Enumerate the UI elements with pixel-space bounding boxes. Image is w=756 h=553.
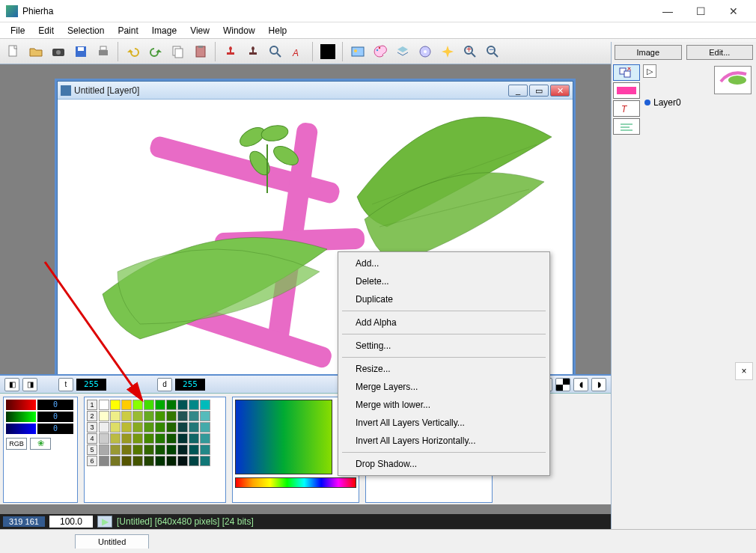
swatch[interactable] bbox=[166, 433, 177, 444]
color-swatch[interactable] bbox=[317, 41, 338, 62]
zoom-out-icon[interactable]: − bbox=[482, 41, 503, 62]
right-tab-brush[interactable] bbox=[613, 82, 640, 99]
picker-icon[interactable]: ❀ bbox=[30, 438, 51, 450]
swatch[interactable] bbox=[99, 400, 109, 410]
swatch[interactable] bbox=[166, 456, 177, 466]
gradient-picker[interactable] bbox=[235, 400, 332, 474]
swatch-grid[interactable] bbox=[99, 400, 210, 466]
layer-visible-dot[interactable] bbox=[644, 100, 650, 106]
doc-minimize-button[interactable]: _ bbox=[508, 85, 528, 97]
swatch[interactable] bbox=[155, 400, 165, 410]
swatch[interactable] bbox=[177, 400, 188, 410]
swatch[interactable] bbox=[99, 411, 109, 421]
doc-maximize-button[interactable]: ▭ bbox=[529, 85, 549, 97]
swatch[interactable] bbox=[99, 456, 109, 466]
ctx-merge-layers[interactable]: Merge Layers... bbox=[341, 378, 547, 396]
close-button[interactable]: ✕ bbox=[717, 1, 750, 22]
swatch[interactable] bbox=[177, 411, 188, 421]
cd-icon[interactable] bbox=[415, 41, 436, 62]
swatch[interactable] bbox=[155, 411, 165, 421]
right-tab-align[interactable] bbox=[613, 118, 640, 135]
swatch[interactable] bbox=[132, 422, 143, 433]
swatch[interactable] bbox=[121, 422, 132, 433]
swatch[interactable] bbox=[121, 456, 132, 466]
pal-row-6[interactable]: 6 bbox=[87, 456, 97, 466]
right-tab-layers[interactable]: × bbox=[613, 64, 640, 81]
swatch[interactable] bbox=[200, 433, 210, 444]
layer-thumbnail[interactable] bbox=[714, 66, 752, 94]
swatch[interactable] bbox=[177, 422, 188, 433]
swatch[interactable] bbox=[200, 456, 210, 466]
bp-btn-2[interactable]: ◨ bbox=[22, 378, 37, 391]
swatch[interactable] bbox=[189, 411, 199, 421]
pal-row-1[interactable]: 1 bbox=[87, 400, 97, 410]
menu-paint[interactable]: Paint bbox=[112, 24, 144, 37]
swatch[interactable] bbox=[177, 433, 188, 444]
ctx-drop-shadow[interactable]: Drop Shadow... bbox=[341, 455, 547, 473]
swatch[interactable] bbox=[155, 456, 165, 466]
ctx-invert-v[interactable]: Invert All Layers Vertically... bbox=[341, 414, 547, 432]
swatch[interactable] bbox=[132, 400, 143, 410]
swatch[interactable] bbox=[132, 456, 143, 466]
redo-icon[interactable] bbox=[145, 41, 166, 62]
swatch[interactable] bbox=[189, 400, 199, 410]
swatch[interactable] bbox=[99, 444, 109, 455]
swatch[interactable] bbox=[155, 444, 165, 455]
swatch[interactable] bbox=[155, 422, 165, 433]
swatch[interactable] bbox=[166, 422, 177, 433]
copy-icon[interactable] bbox=[168, 41, 189, 62]
swatch[interactable] bbox=[200, 411, 210, 421]
swatch[interactable] bbox=[166, 444, 177, 455]
text-icon[interactable]: A bbox=[287, 41, 308, 62]
image-icon[interactable] bbox=[347, 41, 368, 62]
save-icon[interactable] bbox=[70, 41, 91, 62]
red-slider[interactable] bbox=[6, 400, 36, 410]
rgb-mode-button[interactable]: RGB bbox=[6, 438, 27, 450]
maximize-button[interactable]: ☐ bbox=[684, 1, 717, 22]
menu-edit[interactable]: Edit bbox=[32, 24, 60, 37]
swatch[interactable] bbox=[166, 411, 177, 421]
pal-row-3[interactable]: 3 bbox=[87, 422, 97, 433]
swatch[interactable] bbox=[166, 400, 177, 410]
blue-slider[interactable] bbox=[6, 424, 36, 434]
right-edit-button[interactable]: Edit... bbox=[686, 45, 754, 60]
menu-file[interactable]: File bbox=[4, 24, 31, 37]
right-image-button[interactable]: Image bbox=[615, 45, 682, 60]
layer-visibility-icon[interactable]: ▷ bbox=[643, 64, 656, 78]
swatch[interactable] bbox=[132, 444, 143, 455]
zoom-in-icon[interactable]: + bbox=[460, 41, 481, 62]
swatch[interactable] bbox=[132, 433, 143, 444]
menu-view[interactable]: View bbox=[184, 24, 216, 37]
sparkle-icon[interactable] bbox=[437, 41, 458, 62]
ctx-duplicate[interactable]: Duplicate bbox=[341, 290, 547, 308]
right-tab-text[interactable]: T bbox=[613, 100, 640, 117]
swatch[interactable] bbox=[189, 422, 199, 433]
swatch[interactable] bbox=[144, 456, 154, 466]
swatch[interactable] bbox=[121, 400, 132, 410]
pal-row-2[interactable]: 2 bbox=[87, 411, 97, 421]
menu-help[interactable]: Help bbox=[263, 24, 293, 37]
zoom-value[interactable]: 100.0 bbox=[49, 516, 93, 528]
stamp-dark-icon[interactable] bbox=[243, 41, 263, 62]
ctx-setting[interactable]: Setting... bbox=[341, 337, 547, 355]
ctx-add[interactable]: Add... bbox=[341, 254, 547, 272]
ctx-delete[interactable]: Delete... bbox=[341, 272, 547, 290]
bp-checker-icon[interactable] bbox=[555, 378, 570, 391]
document-titlebar[interactable]: Untitled [Layer0] _ ▭ ✕ bbox=[58, 82, 573, 100]
menu-window[interactable]: Window bbox=[217, 24, 261, 37]
menu-image[interactable]: Image bbox=[146, 24, 183, 37]
swatch[interactable] bbox=[189, 456, 199, 466]
swatch[interactable] bbox=[155, 433, 165, 444]
swatch[interactable] bbox=[144, 400, 154, 410]
bp-circle-icon[interactable]: ◖ bbox=[573, 378, 588, 391]
swatch[interactable] bbox=[110, 411, 121, 421]
swatch[interactable] bbox=[200, 444, 210, 455]
bp-btn-1[interactable]: ◧ bbox=[4, 378, 19, 391]
panel-close-x[interactable]: × bbox=[735, 362, 753, 380]
swatch[interactable] bbox=[132, 411, 143, 421]
swatch[interactable] bbox=[99, 433, 109, 444]
ctx-resize[interactable]: Resize... bbox=[341, 360, 547, 378]
swatch[interactable] bbox=[110, 422, 121, 433]
swatch[interactable] bbox=[144, 444, 154, 455]
open-file-icon[interactable] bbox=[25, 41, 46, 62]
